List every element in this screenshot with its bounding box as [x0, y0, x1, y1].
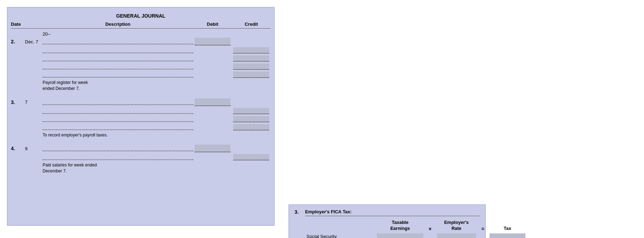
- header-description: Description: [43, 22, 193, 27]
- credit-amount-box[interactable]: [233, 55, 269, 62]
- credit-field-6[interactable]: [232, 116, 271, 123]
- header-debit: Debit: [193, 22, 232, 27]
- dotted-line[interactable]: [43, 64, 193, 69]
- credit-amount-box[interactable]: [233, 108, 269, 114]
- desc-field[interactable]: [43, 154, 193, 160]
- journal-row: [25, 154, 271, 161]
- journal-row: [25, 116, 271, 123]
- date-9: 9: [25, 146, 43, 151]
- fica-ss-rate[interactable]: [435, 233, 478, 238]
- debit-field-2[interactable]: [193, 98, 232, 106]
- fica-container: 3. Employer's FICA Tax: Taxable Earnings…: [289, 205, 486, 238]
- fica-ss-earnings[interactable]: [375, 233, 425, 238]
- fica-ss-label: Social Security: [305, 234, 375, 238]
- desc-field-3[interactable]: [43, 55, 193, 62]
- journal-row: [25, 47, 271, 54]
- debit-amount-box[interactable]: [195, 145, 231, 152]
- dotted-line[interactable]: [43, 146, 193, 151]
- debit-amount-box[interactable]: [195, 38, 231, 45]
- fica-header-earnings: Taxable Earnings: [375, 220, 425, 232]
- desc-field[interactable]: [43, 145, 193, 152]
- dotted-line[interactable]: [43, 154, 193, 160]
- dotted-line[interactable]: [43, 108, 193, 114]
- credit-field-2[interactable]: [232, 55, 271, 62]
- fica-header-tax: Tax: [488, 226, 527, 232]
- desc-field[interactable]: [43, 108, 193, 114]
- entry-3: 3. 7: [11, 98, 271, 138]
- dotted-line[interactable]: [43, 56, 193, 61]
- debit-amount-box[interactable]: [195, 98, 231, 106]
- journal-title: GENERAL JOURNAL: [11, 11, 271, 22]
- entry-2-number: 2.: [11, 37, 25, 44]
- credit-field-4[interactable]: [232, 71, 271, 78]
- journal-row: [25, 124, 271, 131]
- tax-input-ss[interactable]: [490, 233, 525, 238]
- fica-equals-operator: =: [478, 226, 488, 232]
- journal-row: Dec. 7: [25, 37, 271, 46]
- credit-field-7[interactable]: [232, 124, 271, 131]
- desc-field-4[interactable]: [43, 63, 193, 70]
- earnings-input-ss[interactable]: [377, 233, 423, 238]
- credit-amount-box[interactable]: [233, 116, 269, 122]
- entry-4-note: Paid salaries for week endedDecember 7.: [25, 162, 271, 174]
- credit-amount-box[interactable]: [233, 154, 269, 160]
- fica-header-rate: Employer's Rate: [435, 220, 478, 232]
- entry-2-note: Payroll register for weekended December …: [25, 80, 271, 92]
- journal-body: 20-- 2. Dec. 7: [11, 30, 271, 182]
- entry-4-content: 9 Paid salaries for week en: [25, 144, 271, 174]
- fica-times-operator: ×: [425, 226, 435, 232]
- journal-row: 9: [25, 144, 271, 153]
- fica-title: Employer's FICA Tax:: [305, 209, 480, 216]
- desc-field[interactable]: [43, 99, 193, 105]
- journal-row: [25, 63, 271, 70]
- dotted-line[interactable]: [43, 116, 193, 122]
- credit-amount-box[interactable]: [233, 63, 269, 70]
- journal-row: [25, 55, 271, 62]
- entry-2: 2. Dec. 7: [11, 37, 271, 92]
- desc-field[interactable]: [43, 116, 193, 122]
- desc-field-1[interactable]: [43, 38, 193, 45]
- desc-field-2[interactable]: [43, 47, 193, 54]
- dotted-line[interactable]: [43, 124, 193, 130]
- entry-3-content: 7: [25, 98, 271, 138]
- year-label: 20--: [11, 31, 271, 37]
- entry-4: 4. 9: [11, 144, 271, 174]
- date-7: 7: [25, 99, 43, 105]
- credit-amount-box[interactable]: [233, 72, 269, 78]
- entry-4-number: 4.: [11, 144, 25, 151]
- debit-field-3[interactable]: [193, 144, 232, 153]
- dotted-line[interactable]: [43, 99, 193, 105]
- credit-field-8[interactable]: [232, 154, 271, 161]
- journal-row: 7: [25, 98, 271, 106]
- desc-field-5[interactable]: [43, 72, 193, 78]
- journal-row: [25, 108, 271, 115]
- fica-content: Employer's FICA Tax: Taxable Earnings × …: [305, 209, 480, 238]
- desc-field[interactable]: [43, 124, 193, 130]
- fica-social-security-row: Social Security: [305, 233, 480, 238]
- rate-input-ss[interactable]: [437, 233, 476, 238]
- header-date: Date: [11, 22, 43, 27]
- date-dec-7: Dec. 7: [25, 39, 43, 44]
- credit-amount-box[interactable]: [233, 124, 269, 130]
- credit-field-1[interactable]: [232, 47, 271, 54]
- credit-field-3[interactable]: [232, 63, 271, 70]
- dotted-line[interactable]: [43, 48, 193, 53]
- credit-amount-box[interactable]: [233, 47, 269, 54]
- debit-field-1[interactable]: [193, 37, 232, 46]
- fica-header-row: Taxable Earnings × Employer's Rate = Tax: [305, 220, 480, 232]
- general-journal: GENERAL JOURNAL Date Description Debit C…: [7, 7, 274, 226]
- fica-section: 3. Employer's FICA Tax: Taxable Earnings…: [289, 106, 493, 238]
- fica-ss-tax[interactable]: [488, 233, 527, 238]
- dotted-line[interactable]: [43, 39, 193, 44]
- credit-field-5[interactable]: [232, 108, 271, 115]
- dotted-line[interactable]: [43, 72, 193, 78]
- entry-3-number: 3.: [11, 98, 25, 105]
- fica-number: 3.: [295, 209, 305, 215]
- journal-row: [25, 71, 271, 78]
- journal-header: Date Description Debit Credit: [11, 22, 271, 29]
- entry-3-note: To record employer's payroll taxes.: [25, 132, 271, 138]
- header-credit: Credit: [232, 22, 271, 27]
- entry-2-content: Dec. 7: [25, 37, 271, 92]
